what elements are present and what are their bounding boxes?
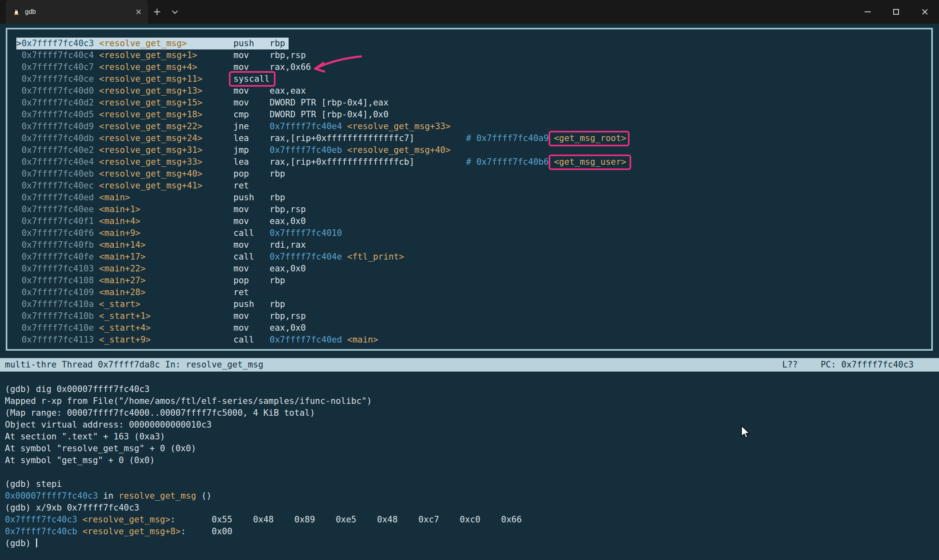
maximize-button[interactable] <box>882 0 910 24</box>
symbol-text: <main+14> <box>99 240 233 250</box>
current-line-marker <box>16 62 22 72</box>
asm-line: 0x7ffff7fc40ec <resolve_get_msg+41> ret <box>16 180 931 192</box>
current-line-marker <box>16 204 22 214</box>
instruction-text <box>94 50 99 60</box>
address-text: 0x7ffff7fc40e2 <box>22 145 94 155</box>
instruction-text: mov <box>233 216 270 226</box>
instruction-line: 0x7ffff7fc40db <resolve_get_msg+24> lea … <box>16 133 626 143</box>
instruction-text <box>94 204 99 214</box>
asm-line: 0x7ffff7fc40e4 <resolve_get_msg+33> lea … <box>16 156 931 168</box>
asm-line: 0x7ffff7fc40ee <main+1> mov rbp,rsp <box>16 204 931 215</box>
instruction-line: 0x7ffff7fc40d9 <resolve_get_msg+22> jne … <box>16 121 450 131</box>
current-line-marker <box>16 240 22 250</box>
address-link: 0x7ffff7fc40e4 <box>270 121 342 131</box>
new-tab-button[interactable]: + <box>148 0 166 24</box>
instruction-text: rdi,rax <box>270 240 306 250</box>
disassembly-panel: >0x7ffff7fc40c3 <resolve_get_msg> push r… <box>6 28 933 351</box>
console-line: At symbol "get_msg" + 0 (0x0) <box>5 455 939 466</box>
address-text: 0x7ffff7fc40c4 <box>22 50 94 60</box>
console-line <box>5 466 939 478</box>
address-text: 0x7ffff7fc4109 <box>22 287 94 297</box>
current-line-marker <box>16 216 22 226</box>
close-button[interactable] <box>910 0 939 24</box>
symbol-text: <resolve_get_msg+24> <box>99 133 233 143</box>
address-text: 0x7ffff7fc4108 <box>22 276 94 285</box>
address-text: 0x7ffff7fc40eb <box>22 169 94 179</box>
symbol-text: <main+4> <box>99 216 233 226</box>
symbol-text: <main+9> <box>99 228 233 238</box>
instruction-text: rax,[rip+0xffffffffffffffc7] <box>270 133 466 143</box>
instruction-text <box>94 240 99 250</box>
symbol-text: <get_msg_user> <box>554 157 626 167</box>
instruction-text <box>77 515 83 524</box>
status-pc: PC: 0x7ffff7fc40c3 <box>820 358 914 372</box>
instruction-text <box>549 157 554 167</box>
instruction-text <box>94 276 99 285</box>
instruction-text <box>94 74 99 84</box>
instruction-text: (gdb) dig 0x00007ffff7fc40c3 <box>5 384 150 394</box>
instruction-line: 0x7ffff7fc40ec <resolve_get_msg+41> ret <box>16 181 270 190</box>
status-thread-info: multi-thre Thread 0x7ffff7da8c In: resol… <box>5 358 263 372</box>
asm-line: 0x7ffff7fc410a <_start> push rbp <box>16 298 931 310</box>
address-text: 0x7ffff7fc410a <box>22 299 94 309</box>
terminal[interactable]: >0x7ffff7fc40c3 <resolve_get_msg> push r… <box>0 24 939 560</box>
instruction-text <box>94 216 99 226</box>
asm-line: 0x7ffff7fc40d2 <resolve_get_msg+15> mov … <box>16 97 931 109</box>
instruction-text: mov <box>233 62 270 72</box>
tab-close-icon[interactable] <box>136 9 141 15</box>
instruction-text: DWORD PTR [rbp-0x4],eax <box>270 98 389 108</box>
instruction-line: 0x7ffff7fc410e <_start+4> mov eax,0x0 <box>16 323 306 333</box>
symbol-text: <main+27> <box>99 276 233 285</box>
minimize-button[interactable] <box>853 0 882 24</box>
instruction-line: 0x7ffff7fc40e2 <resolve_get_msg+31> jmp … <box>16 145 450 155</box>
instruction-text <box>94 110 99 119</box>
symbol-text: <resolve_get_msg+41> <box>99 181 233 190</box>
instruction-text: At section ".text" + 163 (0xa3) <box>5 432 165 441</box>
address-text: 0x7ffff7fc40d5 <box>22 110 94 119</box>
instruction-text <box>342 145 347 155</box>
address-text: 0x7ffff7fc40ce <box>22 74 94 84</box>
asm-line: 0x7ffff7fc40eb <resolve_get_msg+40> pop … <box>16 168 931 180</box>
address-text: 0x7ffff7fc40fb <box>22 240 94 250</box>
instruction-text: rbp <box>270 38 285 48</box>
tab-dropdown-button[interactable] <box>166 0 184 24</box>
symbol-text: <resolve_get_msg+15> <box>99 98 233 108</box>
instruction-line: 0x7ffff7fc40d5 <resolve_get_msg+18> cmp … <box>16 110 388 119</box>
instruction-text <box>549 133 554 143</box>
current-line-marker <box>16 110 22 119</box>
instruction-line: 0x7ffff7fc4108 <main+27> pop rbp <box>16 276 285 285</box>
symbol-text: <resolve_get_msg+33> <box>99 157 233 167</box>
instruction-line: 0x7ffff7fc40c4 <resolve_get_msg+1> mov r… <box>16 50 306 60</box>
asm-line: 0x7ffff7fc40fb <main+14> mov rdi,rax <box>16 239 931 251</box>
symbol-text: <_start> <box>99 299 233 309</box>
instruction-text: rax,0x66 <box>270 62 311 72</box>
symbol-text: <resolve_get_msg+1> <box>99 50 233 60</box>
current-line-marker <box>16 252 22 262</box>
current-line-marker <box>16 50 22 60</box>
asm-line: 0x7ffff7fc40d5 <resolve_get_msg+18> cmp … <box>16 109 931 121</box>
symbol-text: resolve_get_msg <box>119 491 196 501</box>
current-line-marker <box>16 157 22 167</box>
address-link: 0x7ffff7fc4010 <box>270 228 342 238</box>
instruction-text: rbp <box>270 193 285 202</box>
instruction-text: syscall <box>233 74 270 84</box>
address-link: 0x7ffff7fc40cb <box>5 526 77 536</box>
current-line-marker <box>16 335 22 345</box>
current-line-marker <box>16 287 22 297</box>
tab-title: gdb <box>25 8 131 16</box>
instruction-text <box>94 311 99 321</box>
tab-gdb[interactable]: gdb <box>6 0 148 24</box>
instruction-line: 0x7ffff7fc40ce <resolve_get_msg+11> sysc… <box>16 74 270 84</box>
instruction-line: 0x7ffff7fc40fb <main+14> mov rdi,rax <box>16 240 306 250</box>
console-line: 0x00007ffff7fc40c3 in resolve_get_msg () <box>5 490 939 502</box>
instruction-text <box>94 287 99 297</box>
instruction-text <box>342 121 347 131</box>
instruction-text: rax,[rip+0xffffffffffffffcb] <box>270 157 466 167</box>
instruction-text: pop <box>233 169 270 179</box>
asm-line: 0x7ffff7fc40fe <main+17> call 0x7ffff7fc… <box>16 251 931 263</box>
asm-line: 0x7ffff7fc40c7 <resolve_get_msg+4> mov r… <box>16 61 931 73</box>
asm-line: 0x7ffff7fc40e2 <resolve_get_msg+31> jmp … <box>16 144 931 156</box>
address-text: 0x7ffff7fc40e4 <box>22 157 94 167</box>
asm-lines: >0x7ffff7fc40c3 <resolve_get_msg> push r… <box>7 29 931 346</box>
current-line-marker <box>16 145 22 155</box>
